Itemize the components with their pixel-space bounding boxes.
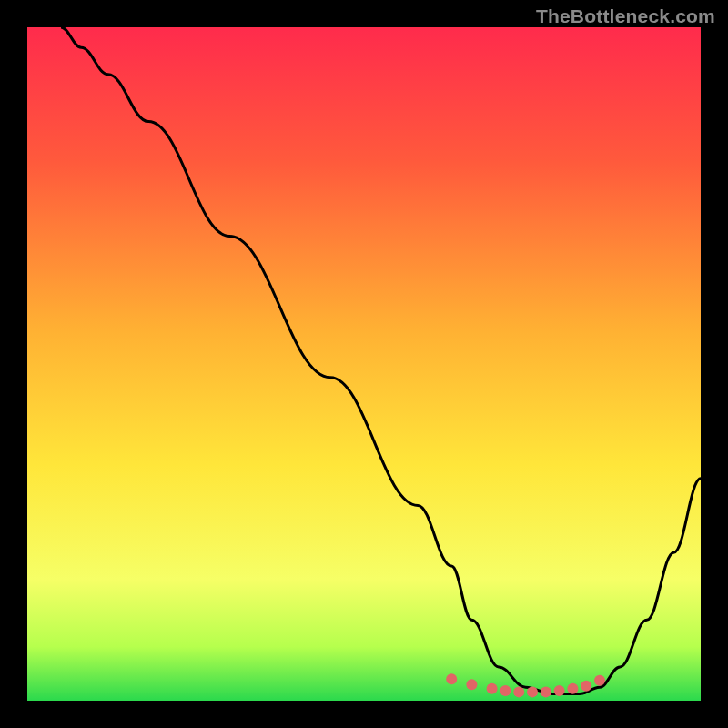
gradient-background bbox=[27, 27, 701, 701]
trough-dot bbox=[466, 679, 477, 690]
watermark-text: TheBottleneck.com bbox=[536, 5, 715, 27]
trough-dot bbox=[527, 686, 538, 697]
chart-svg bbox=[27, 27, 701, 701]
trough-dot bbox=[487, 683, 498, 694]
trough-dot bbox=[567, 683, 578, 694]
trough-dot bbox=[581, 681, 592, 692]
plot-area bbox=[27, 27, 701, 701]
trough-dot bbox=[500, 685, 511, 696]
trough-dot bbox=[554, 685, 565, 696]
trough-dot bbox=[513, 686, 524, 697]
trough-dot bbox=[446, 673, 457, 684]
trough-dot bbox=[541, 686, 551, 697]
trough-dot bbox=[594, 675, 605, 686]
chart-frame: TheBottleneck.com bbox=[0, 0, 728, 728]
